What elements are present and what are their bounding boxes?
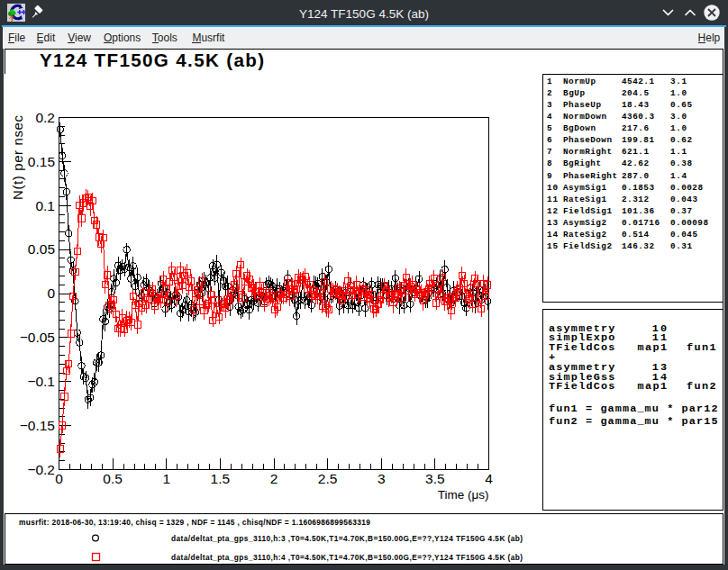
- svg-text:View: View: [68, 32, 91, 44]
- svg-text:621.1: 621.1: [622, 147, 649, 157]
- svg-text:4542.1: 4542.1: [622, 77, 654, 86]
- svg-text:TFieldCos: TFieldCos: [549, 341, 614, 354]
- svg-text:AsymSig2: AsymSig2: [563, 218, 606, 228]
- svg-text:Musrfit: Musrfit: [192, 32, 225, 44]
- svg-text:Tools: Tools: [152, 32, 177, 44]
- svg-text:1.0: 1.0: [670, 88, 687, 98]
- svg-text:14: 14: [547, 230, 558, 240]
- svg-text:10: 10: [547, 183, 558, 193]
- svg-text:Y124 TF150G 4.5K (ab): Y124 TF150G 4.5K (ab): [299, 7, 429, 21]
- svg-text:42.62: 42.62: [622, 158, 649, 168]
- svg-text:RateSig2: RateSig2: [563, 230, 606, 240]
- svg-text:−0.2: −0.2: [27, 462, 55, 477]
- svg-text:AsymSig1: AsymSig1: [563, 183, 606, 193]
- svg-text:0.0028: 0.0028: [670, 183, 703, 193]
- svg-text:2.312: 2.312: [622, 195, 649, 204]
- svg-text:2: 2: [547, 88, 552, 98]
- svg-text:NormRight: NormRight: [563, 147, 612, 157]
- svg-text:FieldSig1: FieldSig1: [563, 206, 612, 216]
- svg-text:−0.15: −0.15: [20, 418, 55, 433]
- svg-text:fun2: fun2: [687, 380, 716, 393]
- svg-text:Y124 TF150G 4.5K (ab): Y124 TF150G 4.5K (ab): [40, 50, 264, 70]
- svg-text:9: 9: [547, 171, 552, 181]
- svg-text:fun1: fun1: [687, 341, 716, 354]
- svg-text:1.5: 1.5: [211, 471, 231, 486]
- svg-text:Time (μs): Time (μs): [438, 488, 489, 502]
- svg-text:PhaseRight: PhaseRight: [563, 171, 617, 181]
- svg-text:0: 0: [55, 471, 63, 486]
- svg-text:146.32: 146.32: [622, 241, 654, 251]
- svg-text:0.01716: 0.01716: [622, 218, 660, 228]
- svg-text:−0.1: −0.1: [27, 374, 55, 389]
- svg-text:12: 12: [547, 206, 558, 216]
- svg-text:NormUp: NormUp: [563, 77, 596, 86]
- svg-text:0.2: 0.2: [35, 110, 55, 125]
- svg-text:File: File: [8, 32, 26, 44]
- svg-text:0.1853: 0.1853: [622, 183, 654, 193]
- svg-text:1.0: 1.0: [670, 123, 687, 133]
- svg-text:0.62: 0.62: [670, 135, 692, 145]
- svg-text:0.1: 0.1: [35, 198, 55, 213]
- svg-text:0.31: 0.31: [670, 241, 692, 251]
- svg-text:3: 3: [378, 471, 386, 486]
- svg-text:0.65: 0.65: [670, 100, 692, 110]
- svg-text:RateSig1: RateSig1: [563, 195, 606, 204]
- svg-text:3.1: 3.1: [670, 77, 687, 86]
- svg-text:101.36: 101.36: [622, 206, 654, 216]
- svg-text:1.4: 1.4: [670, 171, 687, 181]
- svg-text:0.5: 0.5: [103, 471, 123, 486]
- svg-text:map1: map1: [637, 341, 667, 354]
- svg-text:PhaseDown: PhaseDown: [563, 135, 612, 145]
- svg-text:fun1 = gamma_mu * par12: fun1 = gamma_mu * par12: [549, 403, 718, 415]
- svg-text:musrfit: 2018-06-30, 13:19:40,: musrfit: 2018-06-30, 13:19:40, chisq = 1…: [19, 518, 370, 527]
- svg-text:4360.3: 4360.3: [622, 112, 654, 122]
- svg-text:3: 3: [547, 100, 552, 110]
- svg-text:5: 5: [547, 123, 552, 133]
- svg-text:2: 2: [270, 471, 278, 486]
- svg-text:3.5: 3.5: [425, 471, 445, 486]
- svg-text:BgDown: BgDown: [563, 123, 596, 133]
- svg-text:0: 0: [47, 285, 55, 301]
- svg-text:0.043: 0.043: [670, 195, 697, 204]
- svg-text:0.37: 0.37: [670, 206, 692, 216]
- svg-text:TFieldCos: TFieldCos: [549, 380, 614, 393]
- svg-text:N(t) per nsec: N(t) per nsec: [10, 115, 25, 201]
- svg-text:1.1: 1.1: [670, 147, 687, 157]
- svg-text:map1: map1: [637, 380, 667, 393]
- svg-text:1: 1: [547, 77, 552, 86]
- svg-text:8: 8: [547, 158, 552, 168]
- svg-text:data/deltat_pta_gps_3110,h:4 ,: data/deltat_pta_gps_3110,h:4 ,T0=4.50K,T…: [171, 553, 523, 562]
- svg-text:287.0: 287.0: [622, 171, 649, 181]
- svg-text:BgUp: BgUp: [563, 88, 585, 98]
- svg-text:0.00098: 0.00098: [670, 218, 708, 228]
- svg-text:4: 4: [485, 471, 493, 486]
- svg-text:0.514: 0.514: [622, 230, 649, 240]
- svg-text:7: 7: [547, 147, 552, 157]
- svg-text:13: 13: [547, 218, 558, 228]
- svg-text:Edit: Edit: [37, 32, 56, 44]
- svg-text:204.5: 204.5: [622, 88, 649, 98]
- svg-text:Help: Help: [698, 32, 721, 44]
- svg-text:0.15: 0.15: [28, 154, 55, 169]
- svg-text:PhaseUp: PhaseUp: [563, 100, 601, 110]
- svg-text:1: 1: [162, 471, 170, 486]
- svg-text:199.81: 199.81: [622, 135, 654, 145]
- svg-text:18.43: 18.43: [622, 100, 649, 110]
- svg-text:6: 6: [547, 135, 552, 145]
- svg-text:0.045: 0.045: [670, 230, 697, 240]
- svg-text:BgRight: BgRight: [563, 158, 601, 168]
- svg-text:15: 15: [547, 241, 558, 251]
- svg-text:4: 4: [547, 112, 552, 122]
- svg-text:217.6: 217.6: [622, 123, 649, 133]
- svg-text:3.0: 3.0: [670, 112, 687, 122]
- svg-text:fun2 = gamma_mu * par15: fun2 = gamma_mu * par15: [549, 415, 718, 428]
- svg-text:11: 11: [547, 195, 558, 204]
- svg-text:FieldSig2: FieldSig2: [563, 241, 612, 251]
- svg-text:−0.05: −0.05: [20, 330, 55, 345]
- svg-text:0.38: 0.38: [670, 158, 692, 168]
- svg-text:Options: Options: [104, 32, 141, 44]
- svg-text:NormDown: NormDown: [563, 112, 606, 122]
- svg-text:2.5: 2.5: [318, 471, 338, 486]
- svg-text:0.05: 0.05: [28, 241, 55, 257]
- svg-text:data/deltat_pta_gps_3110,h:3 ,: data/deltat_pta_gps_3110,h:3 ,T0=4.50K,T…: [171, 534, 523, 543]
